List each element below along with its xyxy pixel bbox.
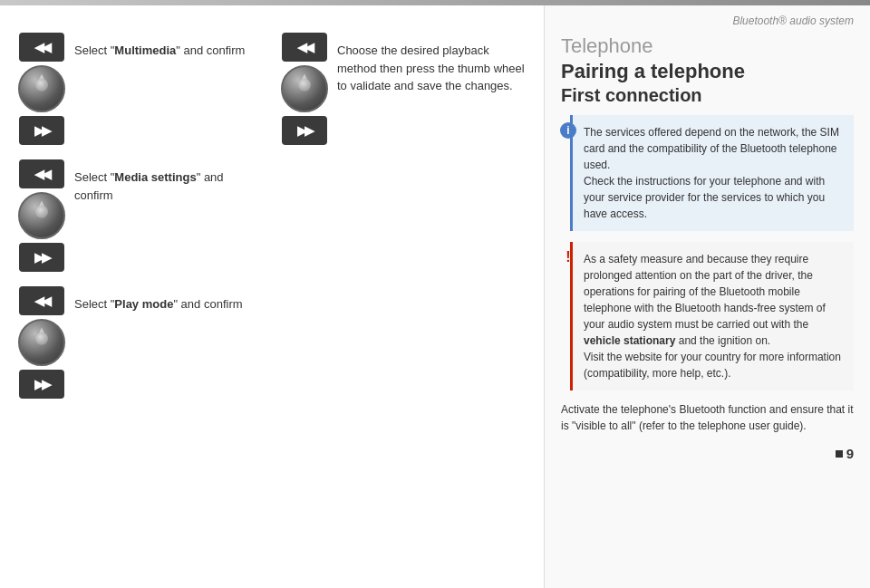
header-title: Bluetooth® audio system bbox=[561, 14, 854, 27]
forward-icon-2: ▶▶ bbox=[34, 250, 49, 265]
bottom-text: Activate the telephone's Bluetooth funct… bbox=[561, 401, 854, 434]
info-icon: i bbox=[560, 122, 576, 139]
media-settings-bold: Media settings bbox=[114, 170, 196, 184]
forward-btn-3[interactable]: ▶▶ bbox=[19, 370, 64, 399]
instruction-multimedia: Select "Multimedia" and confirm bbox=[74, 36, 245, 145]
info-box-text: The services offered depend on the netwo… bbox=[584, 126, 839, 220]
page-indicator bbox=[836, 450, 843, 458]
group-media-settings: ◀◀ ▶▶ Select "Media settings" and confir… bbox=[18, 159, 263, 272]
rewind-btn-1[interactable]: ◀◀ bbox=[19, 33, 64, 62]
info-box: i The services offered depend on the net… bbox=[570, 115, 854, 231]
section-telephone: Telephone bbox=[561, 34, 854, 58]
instruction-play-mode: Select "Play mode" and confirm bbox=[74, 290, 243, 399]
group-play-mode: ◀◀ ▶▶ Select "Play mode" and confirm bbox=[18, 286, 263, 399]
page-number: 9 bbox=[846, 446, 854, 461]
rewind-btn-2[interactable]: ◀◀ bbox=[19, 159, 64, 188]
section-first-connection: First connection bbox=[561, 85, 854, 106]
rewind-icon-2: ◀◀ bbox=[34, 167, 49, 181]
col-right: ◀◀ ▶▶ Choose the desired playback method… bbox=[281, 24, 526, 413]
forward-icon-3: ▶▶ bbox=[34, 377, 49, 391]
button-stack-multimedia: ◀◀ ▶▶ bbox=[18, 33, 65, 145]
warning-box-text: As a safety measure and because they req… bbox=[584, 253, 841, 380]
knob-3[interactable] bbox=[18, 319, 65, 366]
button-stack-play: ◀◀ ▶▶ bbox=[18, 286, 65, 399]
knob-2[interactable] bbox=[18, 192, 65, 239]
warn-icon: ! bbox=[560, 249, 576, 265]
right-panel: Bluetooth® audio system Telephone Pairin… bbox=[544, 5, 870, 588]
multimedia-bold: Multimedia bbox=[114, 43, 176, 57]
rewind-btn-r[interactable]: ◀◀ bbox=[282, 33, 327, 62]
play-mode-bold: Play mode bbox=[114, 297, 173, 311]
button-stack-right: ◀◀ ▶▶ bbox=[281, 33, 328, 145]
button-stack-media: ◀◀ ▶▶ bbox=[18, 159, 65, 272]
section-pairing: Pairing a telephone bbox=[561, 60, 854, 83]
right-instruction: Choose the desired playback method then … bbox=[337, 36, 526, 145]
rewind-icon-r: ◀◀ bbox=[297, 40, 312, 54]
left-panel: ◀◀ ▶▶ Select "Multimedia" and confirm bbox=[0, 5, 544, 588]
left-columns: ◀◀ ▶▶ Select "Multimedia" and confirm bbox=[18, 24, 526, 413]
knob-r[interactable] bbox=[281, 65, 328, 112]
rewind-icon-1: ◀◀ bbox=[34, 40, 49, 54]
knob-1[interactable] bbox=[18, 65, 65, 112]
rewind-btn-3[interactable]: ◀◀ bbox=[19, 286, 64, 315]
forward-icon-r: ▶▶ bbox=[297, 123, 312, 138]
main-content: ◀◀ ▶▶ Select "Multimedia" and confirm bbox=[0, 5, 870, 588]
forward-btn-r[interactable]: ▶▶ bbox=[282, 116, 327, 145]
group-multimedia: ◀◀ ▶▶ Select "Multimedia" and confirm bbox=[18, 33, 263, 145]
forward-btn-1[interactable]: ▶▶ bbox=[19, 116, 64, 145]
warning-box: ! As a safety measure and because they r… bbox=[570, 242, 854, 390]
vehicle-stationary-bold: vehicle stationary bbox=[584, 334, 675, 347]
col-left: ◀◀ ▶▶ Select "Multimedia" and confirm bbox=[18, 24, 263, 413]
rewind-icon-3: ◀◀ bbox=[34, 294, 49, 308]
group-right-top: ◀◀ ▶▶ Choose the desired playback method… bbox=[281, 33, 526, 145]
instruction-media-settings: Select "Media settings" and confirm bbox=[74, 163, 263, 272]
forward-icon-1: ▶▶ bbox=[34, 123, 49, 138]
forward-btn-2[interactable]: ▶▶ bbox=[19, 243, 64, 272]
